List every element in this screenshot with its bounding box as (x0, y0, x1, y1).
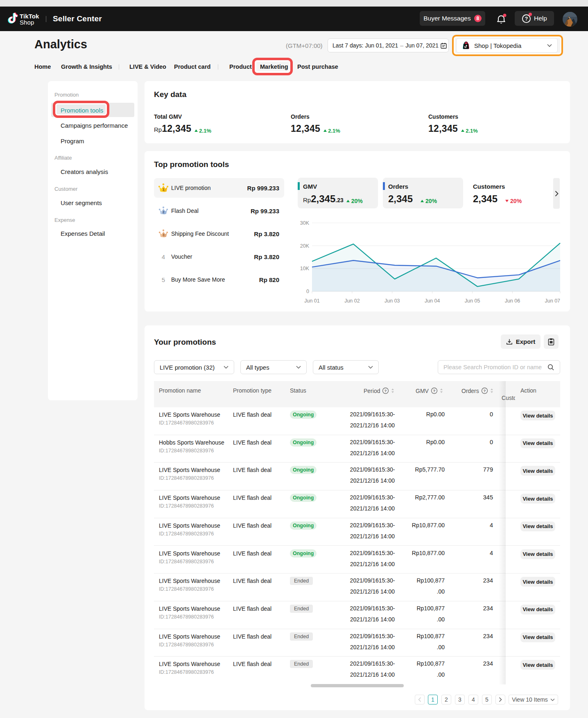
svg-text:20K: 20K (300, 243, 310, 249)
svg-text:2: 2 (163, 210, 165, 214)
svg-text:10K: 10K (300, 266, 310, 271)
svg-text:Jun 06: Jun 06 (505, 298, 520, 304)
svg-text:1: 1 (162, 187, 165, 192)
svg-text:Jun 05: Jun 05 (465, 298, 480, 304)
svg-text:3: 3 (163, 233, 165, 237)
svg-text:Jun 04: Jun 04 (425, 298, 440, 304)
svg-text:?: ? (384, 388, 387, 393)
svg-text:30K: 30K (300, 220, 310, 226)
svg-text:Jun 02: Jun 02 (344, 298, 360, 304)
svg-text:?: ? (483, 388, 486, 393)
svg-text:0: 0 (306, 289, 309, 294)
svg-text:Jun 01: Jun 01 (304, 298, 320, 304)
svg-text:Jun 03: Jun 03 (384, 298, 400, 304)
svg-text:?: ? (525, 16, 528, 21)
svg-text:Jun 07: Jun 07 (545, 298, 561, 304)
svg-text:?: ? (433, 388, 435, 393)
